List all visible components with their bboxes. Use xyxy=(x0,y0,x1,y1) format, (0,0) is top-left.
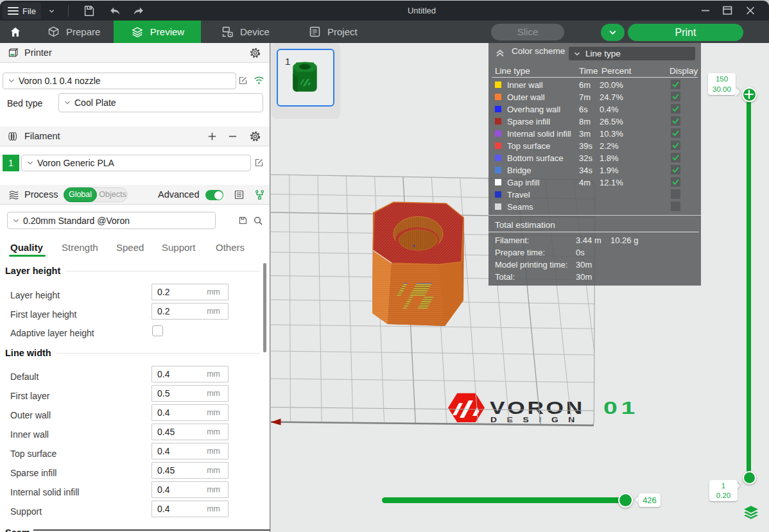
svg-text:01: 01 xyxy=(603,398,639,418)
